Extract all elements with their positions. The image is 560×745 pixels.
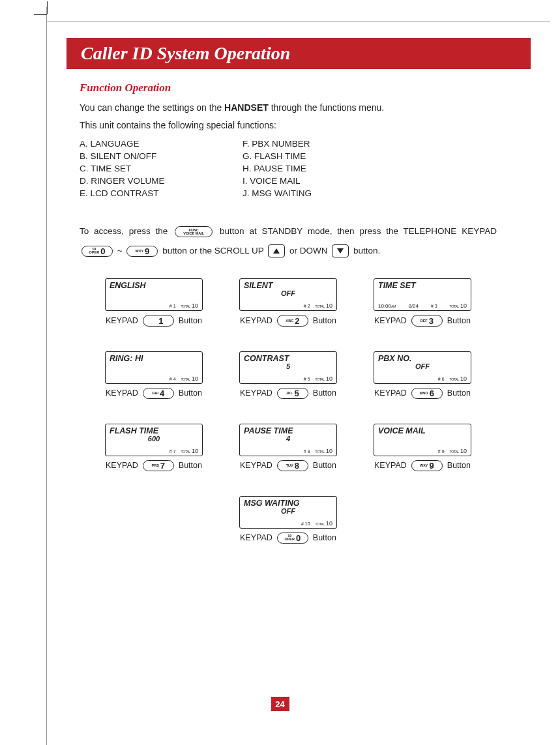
lcd-status-row: # 9TOTAL 10 (378, 448, 467, 454)
lcd-title: ENGLISH (110, 281, 198, 290)
keypad-label: KEYPAD (374, 316, 407, 325)
keypad-0-button: 10OPER0 (81, 246, 113, 257)
keypad-instruction: KEYPADABC2Button (239, 315, 337, 326)
lcd-screen: VOICE MAIL# 9TOTAL 10 (374, 424, 471, 456)
key-digit: 6 (430, 388, 434, 398)
button-label: Button (313, 533, 336, 542)
key-label: WXY (136, 250, 144, 253)
lcd-status-row: # 1TOTAL 10 (110, 302, 198, 309)
keypad-label: KEYPAD (240, 533, 273, 542)
keypad-label: KEYPAD (374, 461, 407, 470)
key-digit: 8 (295, 461, 299, 471)
key-label: WXY (420, 464, 428, 467)
keypad-key-button: MNO6 (411, 388, 443, 399)
lcd-index: # 1 (169, 304, 176, 308)
text: button or the SCROLL UP (162, 246, 266, 256)
list-item: A. LANGUAGE (80, 139, 243, 149)
key-label: JKL (286, 392, 293, 395)
access-instructions: To access, press the FUNCVOICE MAIL butt… (80, 222, 497, 260)
functions-col-left: A. LANGUAGE B. SILENT ON/OFF C. TIME SET… (80, 136, 243, 201)
keypad-key-button: WXY9 (411, 460, 443, 471)
keypad-instruction: KEYPADGHI4Button (105, 388, 203, 399)
keypad-label: KEYPAD (240, 316, 273, 325)
lcd-index: # 8 (304, 449, 310, 454)
lcd-index: # 7 (169, 449, 176, 454)
key-digit: 4 (160, 388, 164, 398)
lcd-total: TOTAL 10 (181, 448, 198, 454)
lcd-index: # 2 (304, 304, 310, 308)
lcd-status-row: # 10TOTAL 10 (244, 520, 332, 527)
keypad-instruction: KEYPAD10OPER0Button (239, 533, 337, 544)
lcd-examples-grid: ENGLISH# 1TOTAL 10KEYPAD 1ButtonSILENTOF… (80, 278, 497, 544)
lcd-index: # 9 (438, 449, 445, 454)
lcd-block: SILENTOFF# 2TOTAL 10KEYPADABC2Button (239, 278, 337, 326)
key-label-bottom: OPER (89, 250, 100, 254)
button-label: Button (179, 316, 202, 325)
lcd-total: TOTAL 10 (316, 520, 332, 527)
intro-line-1: You can change the settings on the HANDS… (80, 101, 497, 115)
section-heading: Function Operation (80, 81, 497, 95)
keypad-key-button: 10OPER0 (277, 533, 308, 544)
button-label: Button (313, 388, 336, 398)
lcd-title: MSG WAITING (244, 499, 332, 508)
keypad-instruction: KEYPADMNO6Button (374, 388, 471, 399)
keypad-key-button: JKL5 (277, 388, 308, 399)
lcd-total: TOTAL 10 (316, 375, 332, 382)
lcd-total: TOTAL 10 (181, 302, 198, 309)
keypad-label: KEYPAD (374, 388, 407, 398)
keypad-key-button: TUV8 (277, 460, 308, 471)
key-digit: 5 (294, 388, 299, 398)
button-label: Button (179, 461, 202, 470)
keypad-label: KEYPAD (240, 461, 273, 470)
key-label-bottom: VOICE MAIL (183, 231, 204, 235)
keypad-instruction: KEYPADPRS7Button (105, 460, 203, 471)
lcd-status-row: 10:00AM8/24# 3TOTAL 10 (378, 302, 467, 309)
lcd-time: 10:00AM (378, 303, 396, 309)
key-digit: 0 (100, 246, 105, 256)
keypad-label: KEYPAD (240, 388, 273, 398)
keypad-label: KEYPAD (106, 461, 138, 470)
lcd-block: FLASH TIME600# 7TOTAL 10KEYPADPRS7Button (105, 424, 203, 471)
button-label: Button (313, 461, 336, 470)
key-digit: 3 (429, 316, 434, 326)
lcd-index: # 3 (431, 304, 437, 308)
lcd-block: PBX NO.OFF# 6TOTAL 10KEYPADMNO6Button (374, 351, 471, 399)
lcd-index: # 10 (301, 521, 310, 526)
chapter-title: Caller ID System Operation (81, 43, 290, 64)
keypad-9-button: WXY9 (126, 246, 158, 257)
lcd-subtitle: OFF (244, 289, 332, 297)
key-label: ABC (286, 319, 293, 323)
key-digit: 7 (160, 461, 165, 471)
text-bold: HANDSET (224, 102, 269, 113)
lcd-screen: SILENTOFF# 2TOTAL 10 (239, 278, 337, 311)
key-digit: 1 (158, 316, 163, 326)
list-item: J. MSG WAITING (243, 188, 405, 198)
lcd-date: 8/24 (408, 303, 419, 309)
button-label: Button (313, 316, 336, 325)
lcd-status-row: # 2TOTAL 10 (244, 302, 332, 309)
keypad-instruction: KEYPADDEF3Button (374, 315, 471, 326)
keypad-label: KEYPAD (106, 316, 138, 325)
lcd-block: RING: HI# 4TOTAL 10KEYPADGHI4Button (105, 351, 203, 399)
key-label: 10OPER (284, 534, 295, 541)
lcd-total: TOTAL 10 (181, 375, 198, 382)
scroll-up-icon (268, 244, 285, 257)
scroll-down-icon (332, 244, 349, 257)
lcd-status-row: # 6TOTAL 10 (378, 375, 467, 382)
func-voicemail-button: FUNCVOICE MAIL (175, 226, 213, 237)
button-label: Button (447, 316, 471, 325)
list-item: G. FLASH TIME (243, 151, 405, 161)
lcd-subtitle: 4 (244, 435, 332, 443)
page-number: 24 (271, 697, 289, 711)
lcd-index: # 6 (438, 377, 445, 381)
keypad-label: KEYPAD (106, 388, 138, 398)
text: through the functions menu. (269, 102, 384, 113)
lcd-total: TOTAL 10 (450, 302, 467, 309)
lcd-index: # 5 (304, 377, 310, 381)
keypad-key-button: 1 (143, 315, 174, 326)
text: button. (353, 246, 380, 256)
functions-col-right: F. PBX NUMBER G. FLASH TIME H. PAUSE TIM… (243, 136, 405, 201)
keypad-instruction: KEYPADWXY9Button (374, 460, 471, 471)
key-digit: 9 (429, 461, 434, 471)
lcd-screen: FLASH TIME600# 7TOTAL 10 (105, 424, 203, 456)
